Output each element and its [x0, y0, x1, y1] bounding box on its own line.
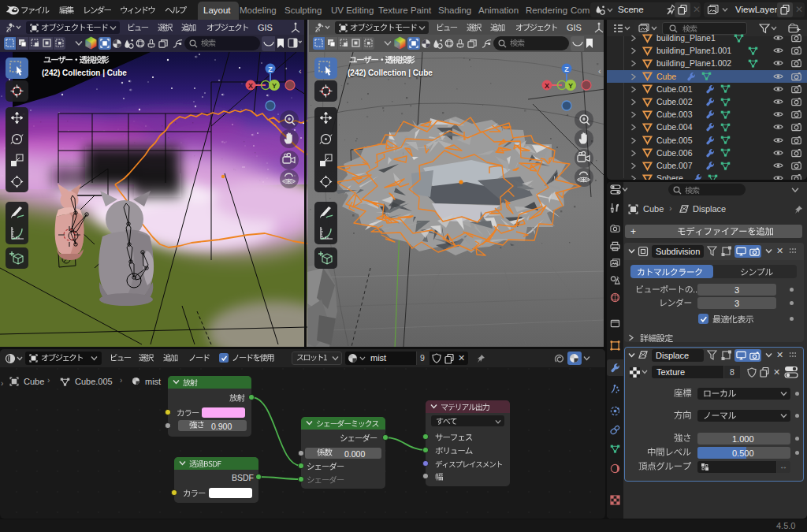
svg-text:X: X [248, 82, 253, 90]
svg-text:Z: Z [268, 65, 273, 73]
svg-text:X: X [545, 82, 549, 90]
svg-text:Y: Y [272, 82, 277, 90]
svg-text:Z: Z [564, 65, 569, 73]
svg-text:Y: Y [568, 82, 573, 90]
